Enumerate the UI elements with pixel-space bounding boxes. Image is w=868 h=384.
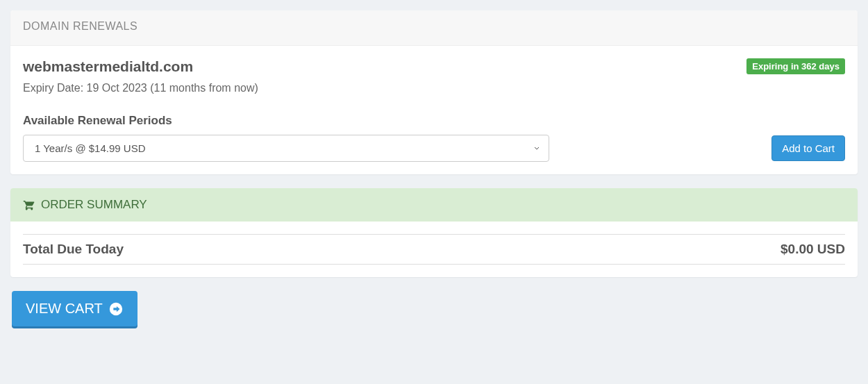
domain-name: webmastermedialtd.com [23, 58, 258, 75]
total-due-value: $0.00 USD [781, 242, 845, 257]
order-summary-title: ORDER SUMMARY [41, 198, 147, 212]
renewal-period-select-wrap: 1 Year/s @ $14.99 USD [23, 135, 549, 162]
arrow-right-circle-icon [108, 301, 124, 317]
domain-renewals-panel: DOMAIN RENEWALS webmastermedialtd.com Ex… [10, 10, 858, 174]
expiring-badge: Expiring in 362 days [746, 58, 845, 74]
actions-row: VIEW CART [10, 291, 858, 326]
add-to-cart-button[interactable]: Add to Cart [771, 135, 845, 161]
domain-renewals-header: DOMAIN RENEWALS [10, 10, 858, 46]
domain-renewals-body: webmastermedialtd.com Expiry Date: 19 Oc… [10, 46, 858, 174]
order-summary-panel: ORDER SUMMARY Total Due Today $0.00 USD [10, 188, 858, 277]
total-due-row: Total Due Today $0.00 USD [23, 234, 845, 265]
order-summary-body: Total Due Today $0.00 USD [10, 222, 858, 277]
expiry-date-text: Expiry Date: 19 Oct 2023 (11 months from… [23, 82, 258, 94]
view-cart-label: VIEW CART [26, 301, 103, 317]
renewal-period-select[interactable]: 1 Year/s @ $14.99 USD [23, 135, 549, 162]
view-cart-button[interactable]: VIEW CART [12, 291, 137, 326]
renewal-controls-row: 1 Year/s @ $14.99 USD Add to Cart [23, 135, 845, 162]
renewal-period-label: Available Renewal Periods [23, 114, 845, 128]
total-due-label: Total Due Today [23, 242, 124, 257]
cart-icon [23, 199, 35, 211]
domain-renewals-title: DOMAIN RENEWALS [23, 20, 137, 32]
domain-row: webmastermedialtd.com Expiry Date: 19 Oc… [23, 58, 845, 114]
order-summary-header: ORDER SUMMARY [10, 188, 858, 222]
domain-info: webmastermedialtd.com Expiry Date: 19 Oc… [23, 58, 258, 114]
